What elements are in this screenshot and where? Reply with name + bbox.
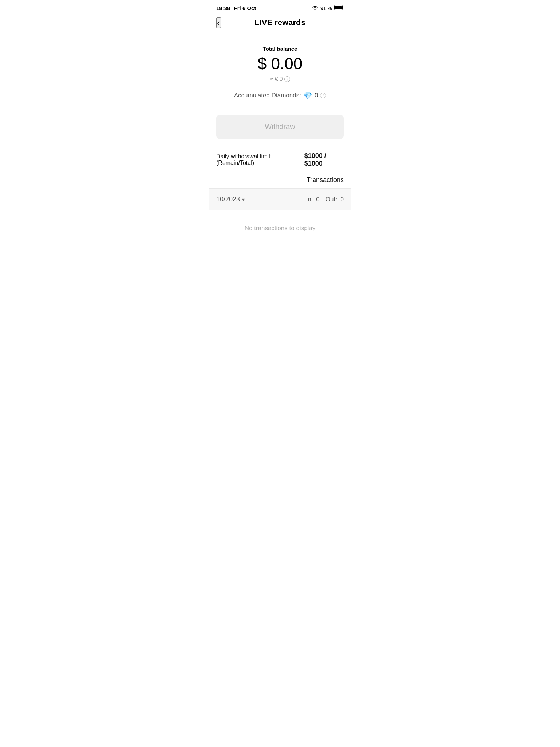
- out-label: Out: 0: [326, 196, 344, 203]
- page-header: ‹ LIVE rewards: [209, 14, 351, 35]
- euro-info-icon[interactable]: i: [284, 76, 290, 82]
- diamonds-label: Accumulated Diamonds:: [234, 92, 301, 99]
- status-bar: 18:38 Fri 6 Oct 91 %: [209, 0, 351, 14]
- diamond-icon: 💎: [303, 91, 312, 100]
- withdraw-button[interactable]: Withdraw: [216, 115, 344, 139]
- battery-percentage: 91 %: [320, 5, 332, 11]
- diamonds-row: Accumulated Diamonds: 💎 0 i: [234, 91, 326, 100]
- euro-prefix: ≈ €: [270, 76, 278, 82]
- withdrawal-limit-label: Daily withdrawal limit (Remain/Total): [216, 153, 304, 166]
- battery-icon: [334, 5, 344, 11]
- withdraw-section: Withdraw: [209, 107, 351, 146]
- balance-section: Total balance $ 0.00 ≈ € 0 i Accumulated…: [209, 35, 351, 107]
- status-time: 18:38 Fri 6 Oct: [216, 5, 256, 11]
- euro-amount: 0: [280, 76, 283, 82]
- back-button[interactable]: ‹: [216, 17, 221, 28]
- withdrawal-limit-value: $1000 / $1000: [304, 152, 344, 167]
- balance-euro: ≈ € 0 i: [270, 76, 290, 82]
- diamonds-value: 0: [315, 92, 318, 99]
- wifi-icon: [312, 5, 318, 11]
- no-transactions-message: No transactions to display: [209, 210, 351, 247]
- status-right: 91 %: [312, 5, 344, 11]
- svg-rect-1: [335, 6, 342, 9]
- month-selector[interactable]: 10/2023 ▾: [216, 196, 245, 203]
- transactions-header: Transactions: [209, 173, 351, 188]
- in-label: In: 0: [306, 196, 320, 203]
- balance-label: Total balance: [263, 46, 298, 52]
- transactions-title: Transactions: [307, 176, 344, 184]
- transactions-filter: 10/2023 ▾ In: 0 Out: 0: [209, 189, 351, 210]
- chevron-down-icon: ▾: [242, 197, 245, 202]
- withdrawal-limit-row: Daily withdrawal limit (Remain/Total) $1…: [209, 146, 351, 173]
- in-out-totals: In: 0 Out: 0: [306, 196, 344, 203]
- diamonds-info-icon[interactable]: i: [320, 93, 326, 98]
- page-title: LIVE rewards: [254, 18, 305, 27]
- balance-amount: $ 0.00: [258, 55, 302, 73]
- month-value: 10/2023: [216, 196, 240, 203]
